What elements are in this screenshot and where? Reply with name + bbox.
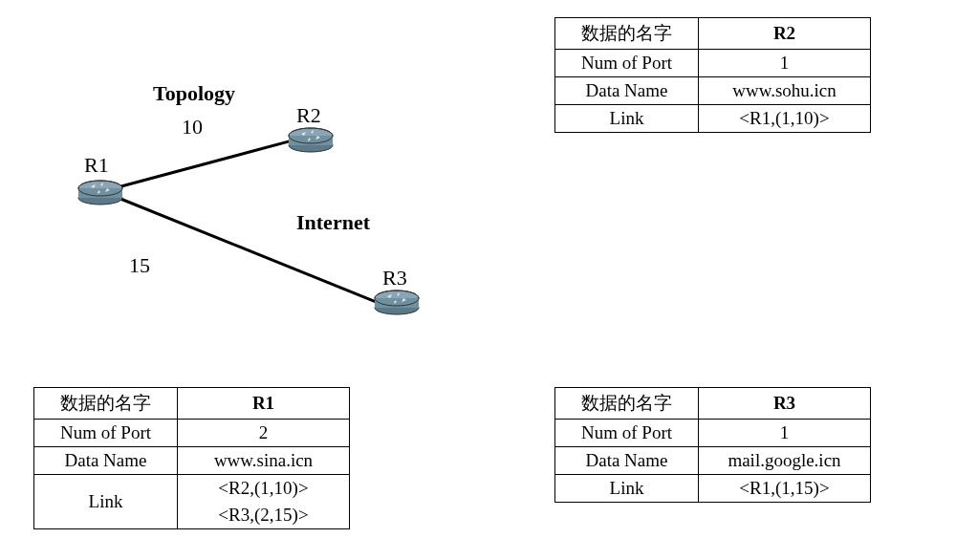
row-label-numport: Num of Port xyxy=(555,420,699,447)
table-title-r1: R1 xyxy=(178,388,350,420)
link-weight-r1r3: 15 xyxy=(129,253,150,278)
header-name-label: 数据的名字 xyxy=(34,388,178,420)
link-r1-r2 xyxy=(105,138,300,192)
value-dataname-r1: www.sina.icn xyxy=(178,447,350,475)
router-icon-r3 xyxy=(373,287,421,315)
table-row: Link <R1,(1,15)> xyxy=(555,475,871,503)
row-label-link: Link xyxy=(555,475,699,503)
table-row: Link <R1,(1,10)> xyxy=(555,105,871,133)
table-row: 数据的名字 R2 xyxy=(555,18,871,50)
router-icon-r2 xyxy=(287,124,335,153)
value-link-r2: <R1,(1,10)> xyxy=(699,105,871,133)
link-weight-r1r2: 10 xyxy=(182,115,203,140)
table-row: Data Name mail.google.icn xyxy=(555,447,871,475)
row-label-dataname: Data Name xyxy=(555,447,699,475)
row-label-numport: Num of Port xyxy=(555,50,699,77)
router-label-r1: R1 xyxy=(84,153,109,178)
value-numport-r2: 1 xyxy=(699,50,871,77)
row-label-link: Link xyxy=(555,105,699,133)
table-row: 数据的名字 R3 xyxy=(555,388,871,420)
table-row: Link <R2,(1,10)> xyxy=(34,475,350,503)
table-row: Num of Port 1 xyxy=(555,50,871,77)
value-numport-r3: 1 xyxy=(699,420,871,447)
value-dataname-r2: www.sohu.icn xyxy=(699,77,871,105)
row-label-dataname: Data Name xyxy=(34,447,178,475)
value-link-r3: <R1,(1,15)> xyxy=(699,475,871,503)
header-name-label: 数据的名字 xyxy=(555,388,699,420)
topology-title: Topology xyxy=(153,81,235,106)
row-label-link: Link xyxy=(34,475,178,529)
internet-title: Internet xyxy=(296,210,370,235)
router-icon-r1 xyxy=(76,177,124,205)
table-row: Data Name www.sina.icn xyxy=(34,447,350,475)
table-row: Num of Port 1 xyxy=(555,420,871,447)
row-label-dataname: Data Name xyxy=(555,77,699,105)
table-title-r3: R3 xyxy=(699,388,871,420)
value-link-r1-2: <R3,(2,15)> xyxy=(178,502,350,529)
table-row: 数据的名字 R1 xyxy=(34,388,350,420)
table-row: Num of Port 2 xyxy=(34,420,350,447)
value-numport-r1: 2 xyxy=(178,420,350,447)
link-r1-r3 xyxy=(104,191,380,305)
table-r2: 数据的名字 R2 Num of Port 1 Data Name www.soh… xyxy=(554,17,871,133)
table-r3: 数据的名字 R3 Num of Port 1 Data Name mail.go… xyxy=(554,387,871,503)
value-dataname-r3: mail.google.icn xyxy=(699,447,871,475)
value-link-r1-1: <R2,(1,10)> xyxy=(178,475,350,503)
header-name-label: 数据的名字 xyxy=(555,18,699,50)
table-row: Data Name www.sohu.icn xyxy=(555,77,871,105)
table-title-r2: R2 xyxy=(699,18,871,50)
table-r1: 数据的名字 R1 Num of Port 2 Data Name www.sin… xyxy=(33,387,350,529)
row-label-numport: Num of Port xyxy=(34,420,178,447)
